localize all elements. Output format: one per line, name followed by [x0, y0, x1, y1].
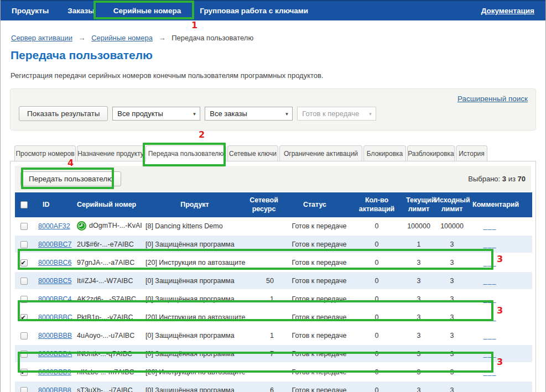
comment-link[interactable]: ___ [483, 241, 497, 248]
row-checkbox[interactable] [20, 223, 28, 230]
nav-item-serial-numbers[interactable]: Серийные номера [104, 7, 191, 15]
breadcrumb-arrow-icon: → [159, 34, 166, 42]
comment-link[interactable]: ___ [483, 295, 497, 303]
serial-id-link[interactable]: 8000BBBC [38, 313, 72, 321]
row-checkbox[interactable] [20, 278, 28, 285]
row-comment-cell: ___ [471, 235, 532, 253]
row-current-limit-cell: 1 [404, 235, 433, 253]
table-toolbar: Передать пользователю Выбрано: 3 из 70 [15, 166, 531, 191]
row-checkbox[interactable] [20, 241, 28, 248]
row-id-cell: 8000BBB8 [33, 381, 74, 392]
orders-filter-select[interactable]: Все заказы [205, 107, 293, 121]
row-checkbox[interactable] [20, 332, 28, 339]
row-network-resource-cell [247, 308, 280, 326]
row-id-cell: 8000AF32 [33, 217, 74, 235]
row-checkbox[interactable] [20, 259, 28, 266]
row-network-resource-cell [247, 235, 280, 253]
show-results-button[interactable]: Показать результаты [19, 106, 108, 121]
row-id-cell: 8000BBBA [33, 344, 74, 363]
row-network-resource-cell: 50 [247, 271, 280, 290]
products-filter-value: Все продукты [117, 109, 163, 118]
row-serial-cell: 2U$#6r-...-e7AIBC [74, 235, 142, 253]
serial-number: PktB1p-...-y7AIBC [77, 313, 133, 321]
nav-item-products[interactable]: Продукты [12, 7, 58, 15]
row-activations-cell: 0 [349, 235, 404, 253]
row-status-cell: Готов к передаче [280, 326, 349, 344]
breadcrumb-activation-server-link[interactable]: Сервер активации [11, 34, 72, 42]
header-id: ID [33, 192, 74, 217]
row-comment-cell: ___ [471, 344, 532, 363]
row-serial-cell: It#ZJ4-...-W7AIBC [74, 271, 142, 290]
row-current-limit-cell: 3 [404, 271, 433, 290]
comment-link[interactable]: ___ [483, 277, 497, 285]
tab-network-keys[interactable]: Сетевые ключи [227, 145, 278, 161]
tab-lock[interactable]: Блокировка [363, 145, 406, 161]
row-network-resource-cell: 7 [247, 344, 280, 363]
row-serial-cell: 97gnJA-...-a7AIBC [74, 253, 142, 271]
select-all-checkbox[interactable] [20, 201, 28, 208]
nav-documentation-link[interactable]: Документация [481, 7, 534, 15]
row-checkbox-cell [15, 363, 33, 381]
tab-history[interactable]: История [456, 145, 487, 161]
comment-link[interactable]: ___ [483, 259, 497, 266]
serial-id-link[interactable]: 8000BBC4 [38, 295, 71, 303]
row-initial-limit-cell: 3 [433, 290, 471, 308]
row-id-cell: 8000BBB9 [33, 363, 74, 381]
row-network-resource-cell: 1 [247, 290, 280, 308]
row-product-cell: [0] Защищённая программа [142, 381, 247, 392]
serial-id-link[interactable]: 8000BBBB [38, 332, 72, 339]
serial-id-link[interactable]: 8000AF32 [38, 222, 70, 230]
transfer-to-user-button[interactable]: Передать пользователю [20, 171, 121, 186]
advanced-search-link[interactable]: Расширенный поиск [457, 95, 528, 103]
serial-id-link[interactable]: 8000BBB8 [38, 386, 71, 392]
selection-summary: Выбрано: 3 из 70 [468, 175, 526, 183]
row-current-limit-cell: 3 [404, 363, 433, 381]
row-activations-cell: 0 [349, 381, 404, 392]
row-activations-cell: 0 [349, 344, 404, 363]
tab-unlock[interactable]: Разблокировка [407, 145, 455, 161]
row-current-limit-cell: 3 [404, 381, 433, 392]
serial-id-link[interactable]: 8000BBBA [38, 350, 72, 358]
row-serial-cell: sT3uXh-...-i7AIBC [74, 381, 142, 392]
comment-link[interactable]: ___ [483, 350, 497, 358]
table-row: 8000BBB8sT3uXh-...-i7AIBC[0] Защищённая … [15, 381, 532, 392]
comment-link[interactable]: ___ [483, 332, 497, 339]
row-product-cell: [8] Dancing kittens Demo [142, 217, 247, 235]
products-filter-select[interactable]: Все продукты [112, 107, 200, 121]
row-activations-cell: 0 [349, 308, 404, 326]
content-panel: Передать пользователю Выбрано: 3 из 70 I… [10, 161, 536, 392]
serial-id-link[interactable]: 8000BBC6 [38, 259, 71, 266]
breadcrumb-serial-numbers-link[interactable]: Серийные номера [91, 34, 153, 42]
comment-link[interactable]: ___ [483, 222, 497, 230]
tab-activation-limit[interactable]: Ограничение активаций [279, 145, 362, 161]
serial-id-link[interactable]: 8000BBC5 [38, 277, 71, 285]
row-checkbox-cell [15, 235, 33, 253]
row-network-resource-cell: 1 [247, 326, 280, 344]
comment-link[interactable]: ___ [483, 386, 497, 392]
comment-link[interactable]: ___ [483, 313, 497, 321]
nav-item-orders[interactable]: Заказы [58, 7, 104, 15]
nav-item-group-key-work[interactable]: Групповая работа с ключами [190, 7, 318, 15]
row-checkbox[interactable] [20, 351, 28, 358]
clock-icon [77, 221, 86, 231]
serial-id-link[interactable]: 8000BBC7 [38, 241, 71, 248]
row-checkbox[interactable] [20, 314, 28, 321]
row-network-resource-cell [247, 217, 280, 235]
comment-link[interactable]: ___ [483, 368, 497, 376]
header-comment: Комментарий [471, 192, 532, 217]
serial-number: 4uAoyo-...-u7AIBC [77, 332, 134, 339]
tab-assign-product[interactable]: Назначение продукту [77, 145, 144, 161]
row-checkbox[interactable] [20, 296, 28, 303]
row-id-cell: 8000BBBB [33, 326, 74, 344]
tab-transfer-to-user[interactable]: Передача пользователю [145, 145, 226, 161]
serial-id-link[interactable]: 8000BBB9 [38, 368, 71, 376]
row-product-cell: [20] Инструкция по автозащите [142, 253, 247, 271]
row-status-cell: Готов к передаче [280, 344, 349, 363]
serial-number: It#ZJ4-...-W7AIBC [77, 277, 133, 285]
row-checkbox[interactable] [20, 387, 28, 392]
row-checkbox-cell [15, 217, 33, 235]
tab-view-numbers[interactable]: Просмотр номеров [14, 145, 76, 161]
row-id-cell: 8000BBC5 [33, 271, 74, 290]
row-checkbox[interactable] [20, 369, 28, 376]
header-current-limit: Текущий лимит [404, 192, 433, 217]
